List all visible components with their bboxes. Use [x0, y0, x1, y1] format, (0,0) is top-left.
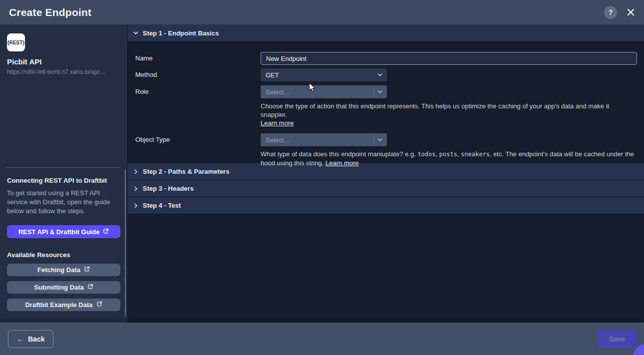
role-select[interactable]: Select...	[261, 85, 387, 98]
external-link-icon	[87, 284, 93, 291]
object-type-label: Object Type	[135, 133, 261, 167]
step1-title: Step 1 - Endpoint Basics	[143, 29, 219, 37]
chevron-down-icon	[377, 137, 383, 144]
api-url: https://x8ki-letl-twmt.n7.xano.io/api:..…	[7, 68, 120, 75]
code-sneakers: sneakers	[461, 151, 490, 158]
resource-draftbit-example-data[interactable]: Draftbit Example Data	[7, 299, 120, 311]
sidebar-divider	[7, 167, 120, 168]
select-divider	[373, 87, 374, 96]
chevron-down-icon	[133, 30, 139, 36]
modal-footer: ← Back Save	[0, 323, 644, 355]
external-link-icon	[96, 301, 102, 309]
chevron-down-icon	[377, 89, 383, 96]
guide-button[interactable]: REST API & Draftbit Guide	[7, 225, 120, 238]
object-type-help-text: What type of data does this endpoint man…	[261, 150, 637, 167]
help-icon[interactable]: ?	[604, 6, 617, 19]
code-posts: posts	[439, 151, 457, 158]
header-actions: ?	[604, 6, 635, 19]
accordion-step1-header[interactable]: Step 1 - Endpoint Basics	[128, 24, 644, 42]
accordion-step3-header[interactable]: Step 3 - Headers	[128, 180, 644, 197]
resource-submitting-data[interactable]: Submitting Data	[7, 281, 120, 294]
step2-title: Step 2 - Paths & Parameters	[143, 168, 229, 175]
resource-fetching-data[interactable]: Fetching Data	[7, 264, 120, 276]
guide-heading: Connecting REST API to Draftbit	[7, 177, 120, 184]
back-arrow-icon: ←	[17, 335, 24, 343]
select-divider	[373, 135, 374, 144]
role-learn-more-link[interactable]: Learn more	[261, 119, 294, 127]
sidebar: {REST} Picbit API https://x8ki-letl-twmt…	[0, 24, 127, 323]
name-field-row: Name	[135, 52, 637, 65]
object-type-field-row: Object Type Select... What type of data …	[135, 133, 637, 167]
method-field-row: Method GET	[135, 68, 637, 81]
create-endpoint-modal: Create Endpoint ? {REST} Picbit API http…	[0, 0, 644, 355]
step1-body: Name Method GET Role	[128, 42, 644, 163]
role-field-row: Role Select... Choose the type of action…	[135, 85, 637, 127]
chevron-right-icon	[133, 169, 139, 175]
role-label: Role	[135, 85, 261, 127]
accordion-step4-header[interactable]: Step 4 - Test	[128, 197, 644, 214]
api-name: Picbit API	[7, 57, 120, 66]
step3-title: Step 3 - Headers	[143, 185, 194, 192]
chevron-right-icon	[133, 186, 139, 192]
method-label: Method	[135, 68, 261, 81]
sidebar-scrollbar-thumb[interactable]	[125, 169, 126, 316]
code-todos: todos	[417, 151, 435, 158]
method-select[interactable]: GET	[261, 68, 387, 81]
close-icon[interactable]	[626, 8, 635, 17]
name-input[interactable]	[261, 52, 637, 65]
external-link-icon	[103, 228, 109, 236]
object-type-learn-more-link[interactable]: Learn more	[325, 159, 358, 167]
role-help-text: Choose the type of action that this endp…	[261, 102, 637, 127]
resources-heading: Available Resources	[7, 251, 120, 259]
page-title: Create Endpoint	[9, 6, 91, 18]
object-type-select[interactable]: Select...	[261, 133, 387, 146]
chevron-right-icon	[133, 203, 139, 209]
save-button[interactable]: Save	[597, 330, 637, 348]
name-label: Name	[135, 52, 261, 65]
main-panel: Step 1 - Endpoint Basics Name Method GET	[127, 24, 644, 323]
external-link-icon	[84, 266, 90, 274]
step4-title: Step 4 - Test	[143, 202, 181, 209]
back-button[interactable]: ← Back	[8, 330, 53, 348]
rest-api-icon: {REST}	[7, 33, 25, 51]
modal-header: Create Endpoint ?	[0, 0, 644, 24]
chevron-down-icon	[377, 72, 383, 79]
guide-description: To get started using a REST API service …	[7, 189, 120, 216]
